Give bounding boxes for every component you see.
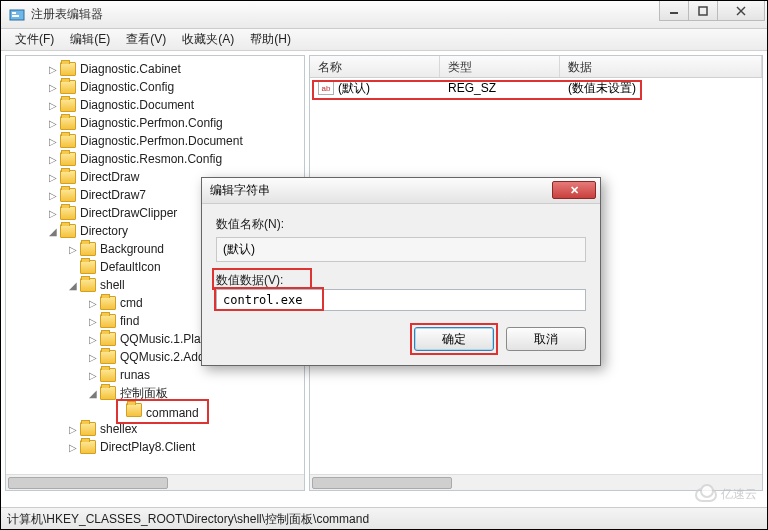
- twisty-icon[interactable]: ▷: [66, 244, 80, 255]
- tree-item[interactable]: ▷Diagnostic.Document: [6, 96, 304, 114]
- col-type[interactable]: 类型: [440, 56, 560, 77]
- twisty-icon[interactable]: ▷: [66, 424, 80, 435]
- tree-item[interactable]: ▷Diagnostic.Cabinet: [6, 60, 304, 78]
- dialog-titlebar[interactable]: 编辑字符串 ✕: [202, 178, 600, 204]
- tree-hscroll[interactable]: [6, 474, 304, 490]
- twisty-icon[interactable]: ▷: [46, 64, 60, 75]
- tree-label: find: [120, 314, 139, 328]
- folder-icon: [60, 116, 76, 130]
- tree-label: cmd: [120, 296, 143, 310]
- window-title: 注册表编辑器: [31, 6, 103, 23]
- list-row-default[interactable]: ab (默认) REG_SZ (数值未设置): [310, 78, 762, 98]
- tree-label: Diagnostic.Resmon.Config: [80, 152, 222, 166]
- regedit-icon: [9, 7, 25, 23]
- twisty-icon[interactable]: ▷: [46, 118, 60, 129]
- value-data: (数值未设置): [560, 80, 762, 97]
- tree-label: Diagnostic.Document: [80, 98, 194, 112]
- menu-favorites[interactable]: 收藏夹(A): [174, 29, 242, 50]
- tree-label: shell: [100, 278, 125, 292]
- col-data[interactable]: 数据: [560, 56, 762, 77]
- minimize-button[interactable]: [659, 1, 689, 21]
- twisty-icon[interactable]: ▷: [86, 352, 100, 363]
- tree-item[interactable]: ▷shellex: [6, 420, 304, 438]
- value-name-label: 数值名称(N):: [216, 216, 586, 233]
- twisty-icon[interactable]: ▷: [46, 172, 60, 183]
- value-data-input[interactable]: [216, 289, 586, 311]
- twisty-icon[interactable]: ▷: [46, 100, 60, 111]
- maximize-button[interactable]: [688, 1, 718, 21]
- menubar: 文件(F) 编辑(E) 查看(V) 收藏夹(A) 帮助(H): [1, 29, 767, 51]
- tree-item[interactable]: ▷Diagnostic.Config: [6, 78, 304, 96]
- string-value-icon: ab: [318, 81, 334, 95]
- twisty-icon[interactable]: ◢: [86, 388, 100, 399]
- folder-icon: [80, 422, 96, 436]
- dialog-title: 编辑字符串: [210, 182, 270, 199]
- twisty-icon[interactable]: ▷: [46, 154, 60, 165]
- folder-icon: [60, 134, 76, 148]
- window-buttons: [660, 1, 765, 21]
- folder-icon: [60, 152, 76, 166]
- dialog-close-button[interactable]: ✕: [552, 181, 596, 199]
- tree-item[interactable]: ▷Diagnostic.Resmon.Config: [6, 150, 304, 168]
- folder-icon: [100, 296, 116, 310]
- tree-label: DirectDrawClipper: [80, 206, 177, 220]
- folder-icon: [100, 332, 116, 346]
- twisty-icon[interactable]: ▷: [86, 316, 100, 327]
- tree-label: Directory: [80, 224, 128, 238]
- twisty-icon[interactable]: ▷: [46, 136, 60, 147]
- folder-icon: [80, 278, 96, 292]
- folder-icon: [100, 368, 116, 382]
- folder-icon: [100, 386, 116, 400]
- statusbar: 计算机\HKEY_CLASSES_ROOT\Directory\shell\控制…: [1, 507, 767, 529]
- tree-label: DirectDraw: [80, 170, 139, 184]
- tree-item[interactable]: ▷DirectPlay8.Client: [6, 438, 304, 456]
- twisty-icon[interactable]: ▷: [86, 370, 100, 381]
- folder-icon: [80, 260, 96, 274]
- tree-item[interactable]: command: [6, 402, 304, 420]
- folder-icon: [60, 80, 76, 94]
- twisty-icon[interactable]: ▷: [66, 442, 80, 453]
- menu-view[interactable]: 查看(V): [118, 29, 174, 50]
- twisty-icon[interactable]: ▷: [46, 190, 60, 201]
- folder-icon: [80, 242, 96, 256]
- twisty-icon[interactable]: ◢: [66, 280, 80, 291]
- tree-item[interactable]: ▷runas: [6, 366, 304, 384]
- svg-rect-4: [699, 7, 707, 15]
- titlebar: 注册表编辑器: [1, 1, 767, 29]
- folder-icon: [60, 170, 76, 184]
- menu-help[interactable]: 帮助(H): [242, 29, 299, 50]
- watermark-logo: 亿速云: [695, 486, 757, 503]
- value-type: REG_SZ: [440, 81, 560, 95]
- folder-icon: [60, 206, 76, 220]
- tree-label: runas: [120, 368, 150, 382]
- folder-icon: [126, 403, 142, 417]
- watermark-text: 亿速云: [721, 486, 757, 503]
- tree-item[interactable]: ▷Diagnostic.Perfmon.Document: [6, 132, 304, 150]
- tree-item[interactable]: ◢控制面板: [6, 384, 304, 402]
- twisty-icon[interactable]: ▷: [46, 82, 60, 93]
- svg-rect-1: [12, 12, 16, 14]
- tree-label: shellex: [100, 422, 137, 436]
- folder-icon: [100, 350, 116, 364]
- menu-edit[interactable]: 编辑(E): [62, 29, 118, 50]
- twisty-icon[interactable]: ◢: [46, 226, 60, 237]
- svg-rect-2: [12, 15, 19, 17]
- cancel-button[interactable]: 取消: [506, 327, 586, 351]
- edit-string-dialog: 编辑字符串 ✕ 数值名称(N): (默认) 数值数据(V): 确定 取消: [201, 177, 601, 366]
- tree-item[interactable]: ▷Diagnostic.Perfmon.Config: [6, 114, 304, 132]
- list-header: 名称 类型 数据: [310, 56, 762, 78]
- twisty-icon[interactable]: ▷: [46, 208, 60, 219]
- twisty-icon[interactable]: ▷: [86, 298, 100, 309]
- value-data-label: 数值数据(V):: [216, 273, 283, 287]
- twisty-icon[interactable]: ▷: [86, 334, 100, 345]
- tree-label: Diagnostic.Perfmon.Config: [80, 116, 223, 130]
- tree-label: DefaultIcon: [100, 260, 161, 274]
- tree-label: QQMusic.2.Add: [120, 350, 205, 364]
- tree-label: QQMusic.1.Play: [120, 332, 207, 346]
- ok-button[interactable]: 确定: [414, 327, 494, 351]
- folder-icon: [80, 440, 96, 454]
- col-name[interactable]: 名称: [310, 56, 440, 77]
- folder-icon: [100, 314, 116, 328]
- close-button[interactable]: [717, 1, 765, 21]
- menu-file[interactable]: 文件(F): [7, 29, 62, 50]
